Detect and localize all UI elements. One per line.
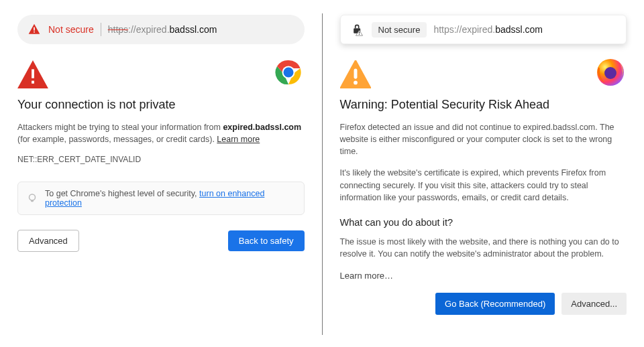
svg-rect-8 (31, 200, 34, 202)
page-title: Your connection is not private (17, 98, 305, 112)
learn-more-link[interactable]: Learn more… (340, 271, 627, 281)
lock-warning-icon (350, 23, 365, 36)
svg-point-15 (604, 67, 616, 79)
warning-triangle-icon (17, 60, 48, 88)
svg-point-13 (354, 81, 358, 85)
firefox-subhead: What can you do about it? (340, 217, 627, 228)
svg-rect-0 (34, 27, 35, 31)
enhanced-protection-tip: To get Chrome's highest level of securit… (17, 182, 305, 215)
learn-more-link[interactable]: Learn more (217, 135, 260, 144)
firefox-urlbar[interactable]: Not secure https://expired.badssl.com (340, 15, 627, 44)
warning-triangle-icon (27, 23, 42, 36)
advanced-button[interactable]: Advanced (17, 230, 79, 252)
page-title: Warning: Potential Security Risk Ahead (340, 98, 627, 112)
url-text: https://expired.badssl.com (108, 24, 217, 35)
lightbulb-icon (26, 192, 38, 204)
svg-point-7 (30, 194, 36, 200)
svg-rect-2 (32, 69, 34, 78)
back-to-safety-button[interactable]: Back to safety (228, 230, 305, 251)
chrome-urlbar[interactable]: Not secure https://expired.badssl.com (17, 15, 305, 44)
chrome-body-text: Attackers might be trying to steal your … (17, 121, 305, 145)
firefox-para3: The issue is most likely with the websit… (340, 236, 627, 260)
chrome-hero-row (17, 56, 305, 88)
firefox-logo-icon (594, 56, 627, 88)
svg-rect-1 (34, 31, 35, 33)
chrome-logo-icon (272, 56, 305, 88)
firefox-para2: It's likely the website's certificate is… (340, 167, 627, 203)
svg-rect-12 (354, 68, 357, 78)
svg-rect-11 (358, 34, 359, 35)
firefox-para1: Firefox detected an issue and did not co… (340, 121, 627, 157)
go-back-button[interactable]: Go Back (Recommended) (435, 293, 555, 315)
firefox-hero-row (340, 56, 627, 88)
svg-rect-3 (32, 81, 34, 84)
not-secure-label: Not secure (48, 24, 94, 35)
chrome-pane: Not secure https://expired.badssl.com Yo… (0, 0, 322, 347)
urlbar-separator (101, 23, 101, 36)
url-text: https://expired.badssl.com (433, 24, 543, 35)
advanced-button[interactable]: Advanced... (561, 293, 627, 315)
tip-text: To get Chrome's highest level of securit… (45, 189, 199, 198)
svg-point-6 (283, 68, 293, 78)
firefox-button-row: Go Back (Recommended) Advanced... (340, 293, 627, 315)
chrome-button-row: Advanced Back to safety (17, 230, 305, 252)
warning-triangle-icon (340, 60, 371, 88)
error-code: NET::ERR_CERT_DATE_INVALID (17, 155, 305, 164)
not-secure-label: Not secure (372, 22, 427, 38)
firefox-pane: Not secure https://expired.badssl.com (323, 0, 645, 347)
svg-rect-10 (358, 31, 359, 33)
